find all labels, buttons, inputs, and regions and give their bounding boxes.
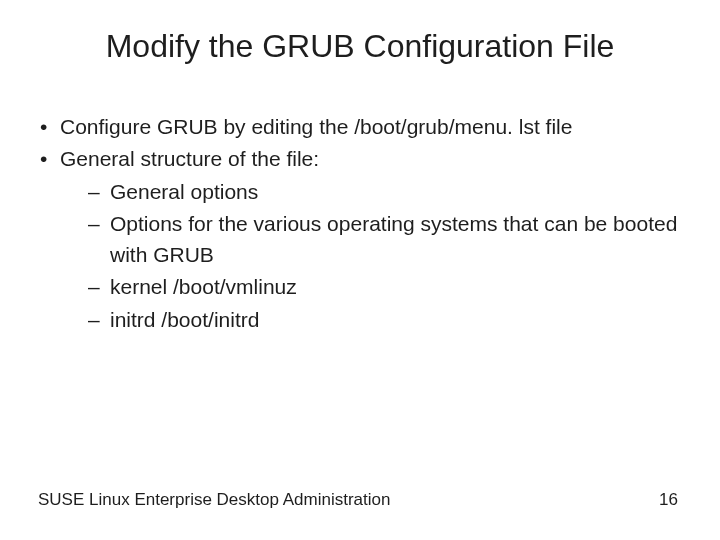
sub-bullet-item: initrd /boot/initrd <box>88 305 682 335</box>
bullet-list: Configure GRUB by editing the /boot/grub… <box>38 112 682 335</box>
bullet-text: General structure of the file: <box>60 147 319 170</box>
sub-bullet-item: kernel /boot/vmlinuz <box>88 272 682 302</box>
bullet-item: Configure GRUB by editing the /boot/grub… <box>38 112 682 142</box>
page-number: 16 <box>659 490 678 510</box>
sub-bullet-item: Options for the various operating system… <box>88 209 682 270</box>
sub-bullet-list: General options Options for the various … <box>60 177 682 335</box>
slide-body: Configure GRUB by editing the /boot/grub… <box>38 112 682 337</box>
sub-bullet-item: General options <box>88 177 682 207</box>
footer-title: SUSE Linux Enterprise Desktop Administra… <box>38 490 390 510</box>
slide-title: Modify the GRUB Configuration File <box>0 28 720 65</box>
slide: Modify the GRUB Configuration File Confi… <box>0 0 720 540</box>
bullet-item: General structure of the file: General o… <box>38 144 682 335</box>
